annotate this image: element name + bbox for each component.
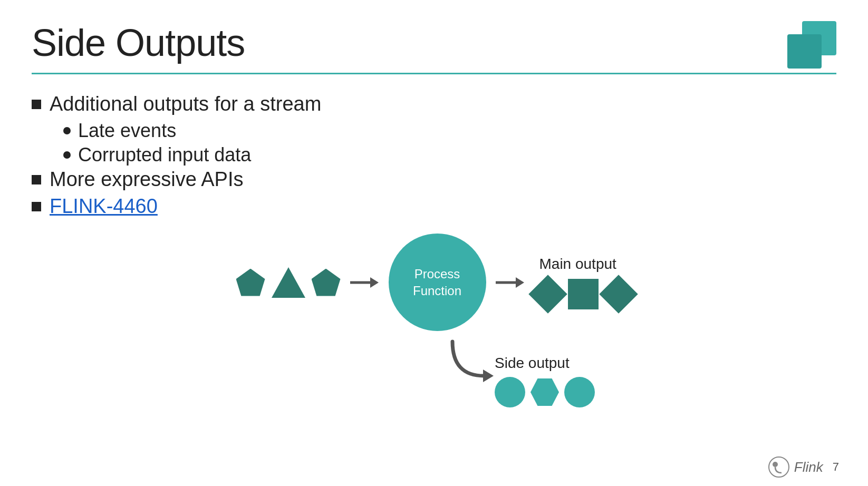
curved-arrow-svg	[437, 339, 495, 386]
sub-item-late-events: Late events	[63, 120, 836, 142]
main-output-area: Main output	[534, 256, 632, 309]
output-diamond-1	[528, 275, 567, 314]
input-triangle	[272, 267, 305, 298]
header-divider	[32, 73, 836, 74]
bullet-square-1	[32, 100, 41, 109]
side-output-label: Side output	[495, 355, 595, 372]
logo-square-front	[787, 34, 822, 69]
page-number: 7	[833, 460, 839, 474]
curved-arrow	[437, 339, 495, 386]
bullet-item-1: Additional outputs for a stream	[32, 93, 836, 115]
diagram-main-row: ProcessFunction Main output	[236, 234, 632, 331]
side-output-shapes	[495, 377, 595, 407]
input-pentagon-2	[312, 269, 341, 296]
side-circle-1	[495, 377, 525, 407]
bullet-item-2: More expressive APIs	[32, 168, 836, 191]
svg-point-6	[773, 462, 778, 467]
arrow-to-process	[350, 275, 379, 290]
sub-bullet-2	[63, 151, 71, 159]
output-diamond-2	[599, 275, 638, 314]
svg-marker-3	[516, 277, 524, 288]
main-output-shapes	[534, 279, 632, 309]
bullet-text-2: More expressive APIs	[50, 168, 243, 191]
sub-text-late-events: Late events	[78, 120, 176, 142]
svg-marker-1	[370, 277, 379, 288]
page-title: Side Outputs	[32, 21, 245, 64]
output-rect	[568, 279, 599, 309]
bullet-square-2	[32, 175, 41, 184]
sub-list: Late events Corrupted input data	[63, 120, 836, 166]
flink-link[interactable]: FLINK-4460	[50, 195, 158, 218]
side-circle-2	[564, 377, 595, 407]
process-function-label: ProcessFunction	[413, 266, 461, 298]
sub-item-corrupted: Corrupted input data	[63, 144, 836, 166]
main-output-label: Main output	[539, 256, 616, 273]
input-pentagon-1	[236, 269, 265, 296]
svg-point-5	[769, 457, 789, 477]
process-function-circle: ProcessFunction	[389, 234, 486, 331]
arrow-to-output	[496, 275, 525, 290]
svg-marker-4	[483, 370, 494, 382]
bullet-text-1: Additional outputs for a stream	[50, 93, 321, 115]
bullet-item-3: FLINK-4460	[32, 195, 836, 218]
side-hexagon	[531, 378, 559, 406]
side-label-and-shapes: Side output	[495, 355, 595, 407]
diagram: ProcessFunction Main output	[32, 234, 836, 407]
side-output-section: Side output	[437, 339, 595, 407]
flink-logo-squares	[784, 21, 836, 69]
bottom-footer: Flink 7	[768, 456, 839, 478]
slide-container: Side Outputs Additional outputs for a st…	[0, 0, 868, 486]
header: Side Outputs	[32, 21, 836, 69]
flink-bottom-icon	[768, 456, 790, 478]
bullet-square-3	[32, 202, 41, 211]
logo-area	[784, 21, 836, 69]
flink-bottom-label: Flink	[794, 459, 823, 475]
input-shapes	[236, 267, 341, 298]
sub-text-corrupted: Corrupted input data	[78, 144, 251, 166]
bullet-list: Additional outputs for a stream Late eve…	[32, 93, 836, 218]
sub-bullet-1	[63, 127, 71, 134]
